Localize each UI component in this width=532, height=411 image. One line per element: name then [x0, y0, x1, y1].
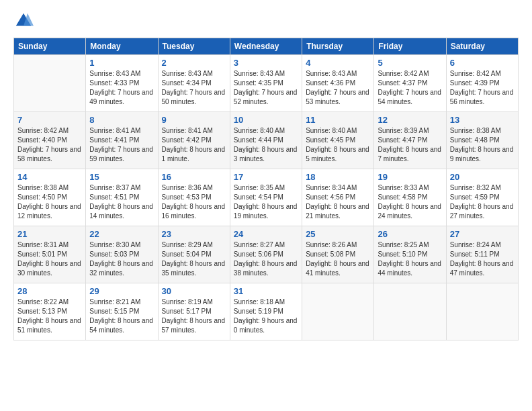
day-info: Sunrise: 8:31 AMSunset: 5:01 PMDaylight:…	[17, 240, 82, 278]
calendar-table: SundayMondayTuesdayWednesdayThursdayFrid…	[13, 38, 519, 340]
day-number: 4	[306, 58, 370, 68]
calendar-header-row: SundayMondayTuesdayWednesdayThursdayFrid…	[14, 38, 519, 55]
calendar-week-row: 21Sunrise: 8:31 AMSunset: 5:01 PMDayligh…	[14, 226, 519, 283]
calendar-day-cell: 2Sunrise: 8:43 AMSunset: 4:34 PMDaylight…	[158, 55, 230, 112]
day-number: 30	[162, 286, 226, 296]
calendar-day-cell: 21Sunrise: 8:31 AMSunset: 5:01 PMDayligh…	[14, 226, 86, 283]
day-info: Sunrise: 8:41 AMSunset: 4:42 PMDaylight:…	[162, 126, 226, 164]
page-container: SundayMondayTuesdayWednesdayThursdayFrid…	[0, 0, 532, 347]
calendar-day-cell	[14, 55, 86, 112]
day-info: Sunrise: 8:22 AMSunset: 5:13 PMDaylight:…	[17, 298, 82, 335]
weekday-header: Saturday	[446, 38, 518, 55]
calendar-day-cell: 19Sunrise: 8:33 AMSunset: 4:58 PMDayligh…	[374, 169, 446, 226]
calendar-day-cell	[374, 283, 446, 340]
day-info: Sunrise: 8:25 AMSunset: 5:10 PMDaylight:…	[378, 240, 442, 278]
day-number: 3	[234, 58, 298, 68]
weekday-header: Friday	[374, 38, 446, 55]
weekday-header: Tuesday	[158, 38, 230, 55]
day-info: Sunrise: 8:43 AMSunset: 4:35 PMDaylight:…	[234, 69, 298, 107]
day-info: Sunrise: 8:39 AMSunset: 4:47 PMDaylight:…	[378, 126, 442, 164]
day-number: 13	[450, 115, 515, 125]
calendar-day-cell: 1Sunrise: 8:43 AMSunset: 4:33 PMDaylight…	[86, 55, 158, 112]
day-number: 14	[17, 172, 82, 182]
day-info: Sunrise: 8:38 AMSunset: 4:50 PMDaylight:…	[17, 183, 82, 221]
day-number: 6	[450, 58, 515, 68]
day-info: Sunrise: 8:41 AMSunset: 4:41 PMDaylight:…	[89, 126, 154, 164]
calendar-day-cell: 20Sunrise: 8:32 AMSunset: 4:59 PMDayligh…	[446, 169, 518, 226]
day-info: Sunrise: 8:42 AMSunset: 4:39 PMDaylight:…	[450, 69, 515, 107]
day-number: 5	[378, 58, 442, 68]
day-number: 22	[89, 229, 154, 239]
logo-icon	[13, 11, 34, 31]
calendar-day-cell: 3Sunrise: 8:43 AMSunset: 4:35 PMDaylight…	[230, 55, 302, 112]
calendar-day-cell: 8Sunrise: 8:41 AMSunset: 4:41 PMDaylight…	[86, 112, 158, 169]
day-info: Sunrise: 8:33 AMSunset: 4:58 PMDaylight:…	[378, 183, 442, 221]
calendar-week-row: 14Sunrise: 8:38 AMSunset: 4:50 PMDayligh…	[14, 169, 519, 226]
day-number: 15	[89, 172, 154, 182]
calendar-day-cell: 29Sunrise: 8:21 AMSunset: 5:15 PMDayligh…	[86, 283, 158, 340]
day-info: Sunrise: 8:35 AMSunset: 4:54 PMDaylight:…	[234, 183, 298, 221]
calendar-day-cell: 31Sunrise: 8:18 AMSunset: 5:19 PMDayligh…	[230, 283, 302, 340]
calendar-day-cell	[446, 283, 518, 340]
calendar-day-cell: 11Sunrise: 8:40 AMSunset: 4:45 PMDayligh…	[302, 112, 374, 169]
calendar-day-cell: 16Sunrise: 8:36 AMSunset: 4:53 PMDayligh…	[158, 169, 230, 226]
day-number: 23	[162, 229, 226, 239]
day-number: 17	[234, 172, 298, 182]
day-info: Sunrise: 8:38 AMSunset: 4:48 PMDaylight:…	[450, 126, 515, 164]
calendar-day-cell: 4Sunrise: 8:43 AMSunset: 4:36 PMDaylight…	[302, 55, 374, 112]
calendar-day-cell: 14Sunrise: 8:38 AMSunset: 4:50 PMDayligh…	[14, 169, 86, 226]
day-info: Sunrise: 8:43 AMSunset: 4:33 PMDaylight:…	[89, 69, 154, 107]
logo	[13, 11, 36, 31]
calendar-day-cell: 10Sunrise: 8:40 AMSunset: 4:44 PMDayligh…	[230, 112, 302, 169]
calendar-day-cell: 18Sunrise: 8:34 AMSunset: 4:56 PMDayligh…	[302, 169, 374, 226]
day-number: 20	[450, 172, 515, 182]
day-info: Sunrise: 8:29 AMSunset: 5:04 PMDaylight:…	[162, 240, 226, 278]
calendar-day-cell	[302, 283, 374, 340]
day-number: 7	[17, 115, 82, 125]
day-info: Sunrise: 8:19 AMSunset: 5:17 PMDaylight:…	[162, 298, 226, 335]
calendar-day-cell: 12Sunrise: 8:39 AMSunset: 4:47 PMDayligh…	[374, 112, 446, 169]
day-number: 31	[234, 286, 298, 296]
day-number: 28	[17, 286, 82, 296]
day-info: Sunrise: 8:43 AMSunset: 4:34 PMDaylight:…	[162, 69, 226, 107]
day-number: 10	[234, 115, 298, 125]
day-info: Sunrise: 8:30 AMSunset: 5:03 PMDaylight:…	[89, 240, 154, 278]
calendar-day-cell: 28Sunrise: 8:22 AMSunset: 5:13 PMDayligh…	[14, 283, 86, 340]
calendar-week-row: 7Sunrise: 8:42 AMSunset: 4:40 PMDaylight…	[14, 112, 519, 169]
day-number: 16	[162, 172, 226, 182]
day-info: Sunrise: 8:18 AMSunset: 5:19 PMDaylight:…	[234, 298, 298, 335]
day-number: 25	[306, 229, 370, 239]
day-info: Sunrise: 8:32 AMSunset: 4:59 PMDaylight:…	[450, 183, 515, 221]
day-info: Sunrise: 8:34 AMSunset: 4:56 PMDaylight:…	[306, 183, 370, 221]
day-number: 11	[306, 115, 370, 125]
day-info: Sunrise: 8:21 AMSunset: 5:15 PMDaylight:…	[89, 298, 154, 335]
page-header	[13, 11, 519, 31]
day-number: 2	[162, 58, 226, 68]
calendar-day-cell: 26Sunrise: 8:25 AMSunset: 5:10 PMDayligh…	[374, 226, 446, 283]
calendar-day-cell: 17Sunrise: 8:35 AMSunset: 4:54 PMDayligh…	[230, 169, 302, 226]
calendar-day-cell: 5Sunrise: 8:42 AMSunset: 4:37 PMDaylight…	[374, 55, 446, 112]
weekday-header: Thursday	[302, 38, 374, 55]
calendar-day-cell: 13Sunrise: 8:38 AMSunset: 4:48 PMDayligh…	[446, 112, 518, 169]
calendar-day-cell: 15Sunrise: 8:37 AMSunset: 4:51 PMDayligh…	[86, 169, 158, 226]
day-number: 21	[17, 229, 82, 239]
day-number: 12	[378, 115, 442, 125]
calendar-day-cell: 24Sunrise: 8:27 AMSunset: 5:06 PMDayligh…	[230, 226, 302, 283]
calendar-week-row: 28Sunrise: 8:22 AMSunset: 5:13 PMDayligh…	[14, 283, 519, 340]
day-number: 8	[89, 115, 154, 125]
day-info: Sunrise: 8:40 AMSunset: 4:45 PMDaylight:…	[306, 126, 370, 164]
day-number: 1	[89, 58, 154, 68]
day-info: Sunrise: 8:24 AMSunset: 5:11 PMDaylight:…	[450, 240, 515, 278]
calendar-day-cell: 27Sunrise: 8:24 AMSunset: 5:11 PMDayligh…	[446, 226, 518, 283]
day-info: Sunrise: 8:36 AMSunset: 4:53 PMDaylight:…	[162, 183, 226, 221]
day-info: Sunrise: 8:42 AMSunset: 4:37 PMDaylight:…	[378, 69, 442, 107]
calendar-week-row: 1Sunrise: 8:43 AMSunset: 4:33 PMDaylight…	[14, 55, 519, 112]
weekday-header: Sunday	[14, 38, 86, 55]
day-info: Sunrise: 8:42 AMSunset: 4:40 PMDaylight:…	[17, 126, 82, 164]
day-info: Sunrise: 8:43 AMSunset: 4:36 PMDaylight:…	[306, 69, 370, 107]
calendar-day-cell: 9Sunrise: 8:41 AMSunset: 4:42 PMDaylight…	[158, 112, 230, 169]
calendar-day-cell: 6Sunrise: 8:42 AMSunset: 4:39 PMDaylight…	[446, 55, 518, 112]
day-number: 27	[450, 229, 515, 239]
day-number: 26	[378, 229, 442, 239]
calendar-day-cell: 22Sunrise: 8:30 AMSunset: 5:03 PMDayligh…	[86, 226, 158, 283]
